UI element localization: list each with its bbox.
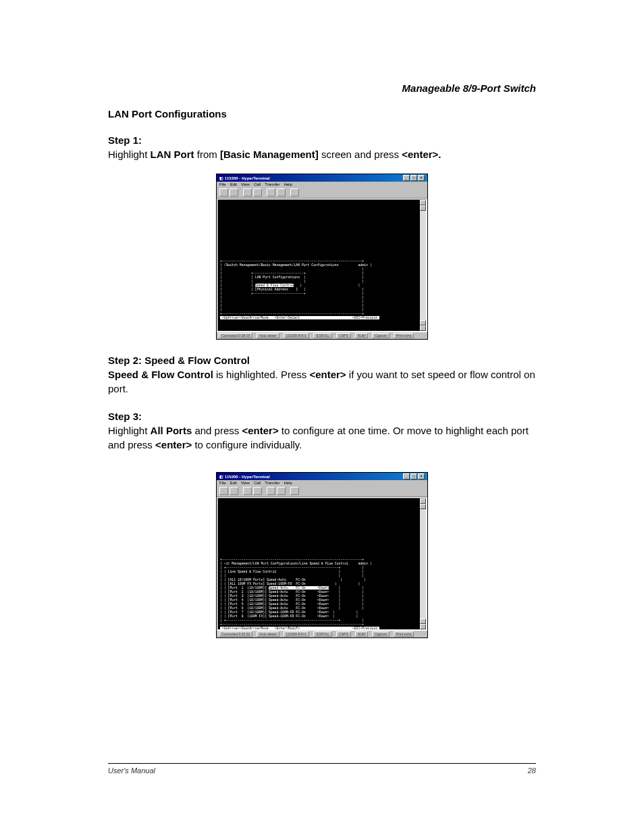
text: Highlight bbox=[108, 425, 151, 436]
toolbar-button[interactable] bbox=[290, 487, 299, 495]
bold: <enter> bbox=[155, 439, 192, 450]
toolbar-button[interactable] bbox=[277, 188, 286, 197]
text: Highlight bbox=[108, 149, 151, 160]
table-row[interactable]: [Port 7 (10/100M)] Speed-100M-FD FC-On <… bbox=[228, 610, 329, 614]
table-row[interactable]: [All 100M FX Ports] Speed-100M-FD FC-On bbox=[228, 582, 306, 585]
scroll-thumb[interactable] bbox=[420, 320, 426, 325]
bold: <enter> bbox=[309, 369, 346, 380]
table-row[interactable]: [Port 1 (10/100M)] bbox=[228, 586, 269, 590]
terminal-container: +---------------------------------------… bbox=[217, 496, 427, 631]
toolbar-button[interactable] bbox=[219, 487, 228, 495]
window-titlebar: ◧ 115200 - HyperTerminal _□× bbox=[217, 473, 427, 480]
hyperterminal-window: ◧ 115200 - HyperTerminal _□× File Edit V… bbox=[216, 472, 428, 638]
step3-label: Step 3: bbox=[108, 411, 536, 422]
scrollbar[interactable] bbox=[420, 498, 426, 629]
bold: LAN Port bbox=[151, 149, 194, 160]
menu-file[interactable]: File bbox=[219, 182, 226, 186]
header-product-name: Manageable 8/9-Port Switch bbox=[402, 82, 536, 94]
table-row[interactable]: [Port 6 (10/100M)] Speed-Auto FC-On <Dow… bbox=[228, 606, 329, 610]
status-cell: CAPS bbox=[336, 631, 351, 637]
status-cell: Print echo bbox=[394, 631, 414, 637]
maximize-icon: □ bbox=[410, 473, 417, 479]
toolbar-button[interactable] bbox=[230, 188, 238, 197]
menu-transfer[interactable]: Transfer bbox=[265, 481, 279, 485]
status-cell: Print echo bbox=[394, 333, 414, 338]
scroll-thumb[interactable] bbox=[420, 205, 426, 211]
toolbar bbox=[217, 187, 427, 198]
toolbar-button[interactable] bbox=[267, 487, 275, 495]
step3-text: Highlight All Ports and press <enter> to… bbox=[108, 423, 536, 452]
maximize-icon: □ bbox=[410, 175, 417, 181]
scroll-up-icon[interactable] bbox=[420, 498, 426, 504]
window-system-buttons[interactable]: _□× bbox=[402, 473, 425, 479]
status-cell: 115200 8-N-1 bbox=[284, 631, 310, 637]
toolbar-button[interactable] bbox=[253, 487, 262, 495]
menubar[interactable]: File Edit View Call Transfer Help bbox=[217, 182, 427, 187]
window-system-buttons[interactable]: _□× bbox=[402, 175, 425, 181]
menu-edit[interactable]: Edit bbox=[230, 481, 237, 485]
scrollbar[interactable] bbox=[420, 200, 426, 331]
menu-view[interactable]: View bbox=[241, 481, 250, 485]
bold: Speed & Flow Control bbox=[108, 369, 213, 380]
status-cell: Capture bbox=[372, 631, 390, 637]
status-cell: NUM bbox=[355, 333, 368, 338]
menu-file[interactable]: File bbox=[219, 481, 226, 485]
section-title: LAN Port Configurations bbox=[108, 108, 536, 120]
menu-edit[interactable]: Edit bbox=[230, 182, 237, 186]
screenshot-1: ◧ 115200 - HyperTerminal _□× File Edit V… bbox=[108, 174, 536, 340]
toolbar-button[interactable] bbox=[230, 487, 238, 495]
toolbar bbox=[217, 486, 427, 496]
step1-label: Step 1: bbox=[108, 134, 536, 146]
status-cell: SCROLL bbox=[313, 333, 332, 338]
close-icon: × bbox=[418, 175, 425, 181]
toolbar-button[interactable] bbox=[267, 188, 275, 197]
text: is highlighted. Press bbox=[213, 369, 310, 380]
minimize-icon: _ bbox=[403, 473, 410, 479]
toolbar-button[interactable] bbox=[219, 188, 228, 197]
scroll-up-icon[interactable] bbox=[420, 200, 426, 205]
step2-text: Speed & Flow Control is highlighted. Pre… bbox=[108, 367, 536, 396]
menu-option[interactable]: [Physical Address ] bbox=[255, 288, 298, 291]
text: to configure individually. bbox=[192, 439, 302, 450]
statusbar: Connected 0:28:19 Auto detect 115200 8-N… bbox=[217, 332, 427, 339]
toolbar-button[interactable] bbox=[253, 188, 262, 197]
toolbar-button[interactable] bbox=[243, 188, 252, 197]
window-titlebar: ◧ 115200 - HyperTerminal _□× bbox=[217, 174, 427, 182]
menu-call[interactable]: Call bbox=[254, 182, 261, 186]
status-cell: NUM bbox=[355, 631, 368, 637]
status-cell: Connected 0:28:19 bbox=[219, 333, 252, 338]
bold: <enter> bbox=[242, 425, 278, 436]
menu-call[interactable]: Call bbox=[254, 481, 261, 485]
menu-view[interactable]: View bbox=[241, 182, 250, 186]
bold: All Ports bbox=[151, 425, 192, 436]
terminal-screen-1[interactable]: +---------------------------------------… bbox=[217, 199, 427, 332]
status-cell: Capture bbox=[372, 333, 390, 338]
toolbar-button[interactable] bbox=[290, 188, 299, 197]
table-row[interactable]: [Port 2 (10/100M)] Speed-Auto FC-On <Dow… bbox=[228, 590, 329, 594]
table-row[interactable]: [Port 4 (10/100M)] Speed-Auto FC-On <Dow… bbox=[228, 598, 329, 602]
scroll-thumb[interactable] bbox=[420, 619, 426, 624]
minimize-icon: _ bbox=[403, 175, 410, 181]
toolbar-button[interactable] bbox=[243, 487, 252, 495]
scroll-down-icon[interactable] bbox=[420, 624, 426, 629]
selected-row[interactable]: Speed-Auto FC-On <Down> bbox=[269, 586, 329, 590]
status-cell: 115200 8-N-1 bbox=[284, 333, 310, 338]
toolbar-button[interactable] bbox=[277, 487, 286, 495]
terminal-screen-2[interactable]: +---------------------------------------… bbox=[217, 498, 427, 630]
selected-option[interactable]: Speed & Flow Control bbox=[255, 284, 294, 287]
terminal-container: +---------------------------------------… bbox=[217, 198, 427, 332]
step1-text: Highlight LAN Port from [Basic Managemen… bbox=[108, 147, 536, 161]
scroll-thumb[interactable] bbox=[420, 504, 426, 509]
menu-transfer[interactable]: Transfer bbox=[265, 182, 279, 186]
menu-help[interactable]: Help bbox=[284, 182, 292, 186]
hyperterminal-window: ◧ 115200 - HyperTerminal _□× File Edit V… bbox=[216, 174, 428, 340]
scroll-down-icon[interactable] bbox=[420, 325, 426, 331]
menubar[interactable]: File Edit View Call Transfer Help bbox=[217, 480, 427, 486]
table-row[interactable]: [Port 8 (100M FX)] Speed-100M-FD FC-On <… bbox=[228, 615, 329, 618]
table-row[interactable]: [Port 3 (10/100M)] Speed-Auto FC-On <Dow… bbox=[228, 594, 329, 598]
table-row[interactable]: [Port 5 (10/100M)] Speed-Auto FC-On <Dow… bbox=[228, 602, 329, 606]
page: Manageable 8/9-Port Switch LAN Port Conf… bbox=[0, 0, 644, 834]
menu-help[interactable]: Help bbox=[284, 481, 292, 485]
window-title: ◧ 115200 - HyperTerminal bbox=[219, 474, 270, 479]
table-row[interactable]: [All 10/100M Ports] Speed-Auto FC-On bbox=[228, 578, 306, 581]
